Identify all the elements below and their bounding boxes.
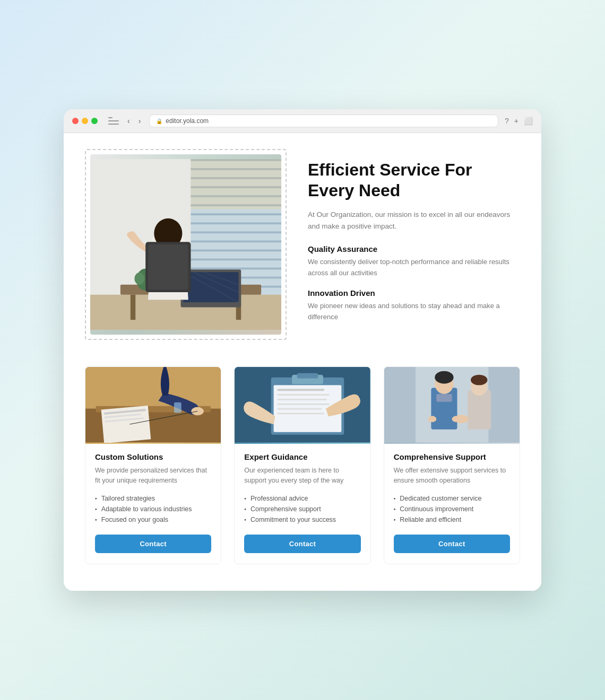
url-text: editor.yola.com (166, 117, 209, 125)
svg-rect-56 (278, 408, 322, 410)
address-bar[interactable]: 🔒 editor.yola.com (149, 115, 498, 127)
back-button[interactable]: ‹ (125, 116, 132, 126)
svg-rect-9 (191, 223, 281, 225)
svg-rect-54 (278, 399, 327, 400)
card-1-list: Tailored strategies Adaptable to various… (95, 493, 211, 525)
add-tab-icon[interactable]: + (514, 117, 518, 125)
card-image-1 (85, 367, 221, 444)
svg-rect-57 (278, 413, 324, 415)
feature-innovation-title: Innovation Driven (308, 288, 520, 298)
svg-rect-55 (278, 404, 330, 405)
card-image-3 (384, 367, 520, 444)
extensions-icon[interactable]: ⬜ (524, 117, 533, 125)
feature-innovation-description: We pioneer new ideas and solutions to st… (308, 301, 520, 323)
card-comprehensive-support-body: Comprehensive Support We offer extensive… (384, 444, 520, 564)
card-3-contact-button[interactable]: Contact (394, 535, 510, 553)
card-expert-guidance: Expert Guidance Our experienced team is … (234, 366, 370, 564)
svg-rect-35 (148, 244, 188, 290)
hero-description: At Our Organization, our mission is to e… (308, 209, 520, 232)
card-3-description: We offer extensive support services to e… (394, 466, 510, 486)
svg-point-29 (134, 273, 144, 285)
hero-section: Efficient Service For Every Need At Our … (85, 149, 520, 340)
svg-rect-51 (297, 373, 318, 379)
browser-window: ‹ › 🔒 editor.yola.com ? + ⬜ (64, 109, 541, 591)
svg-rect-67 (468, 390, 491, 430)
svg-rect-11 (191, 241, 281, 243)
svg-rect-53 (278, 394, 330, 396)
card-2-title: Expert Guidance (244, 452, 360, 461)
page-content: Efficient Service For Every Need At Our … (64, 133, 541, 591)
svg-rect-12 (191, 250, 281, 252)
svg-rect-13 (191, 259, 281, 261)
hero-image (90, 154, 281, 335)
svg-point-63 (435, 371, 453, 384)
browser-actions: ? + ⬜ (505, 117, 533, 125)
sidebar-toggle-icon[interactable] (108, 117, 119, 125)
card-1-contact-button[interactable]: Contact (95, 535, 211, 553)
card-2-list: Professional advice Comprehensive suppor… (244, 493, 360, 525)
maximize-button[interactable] (91, 118, 98, 124)
list-item: Reliable and efficient (394, 514, 510, 525)
help-icon[interactable]: ? (505, 117, 509, 125)
card-custom-solutions-body: Custom Solutions We provide personalized… (85, 444, 221, 564)
list-item: Professional advice (244, 493, 360, 504)
traffic-lights (72, 118, 98, 124)
svg-rect-10 (191, 232, 281, 234)
hero-title: Efficient Service For Every Need (308, 160, 520, 200)
card-custom-solutions: Custom Solutions We provide personalized… (85, 366, 221, 564)
svg-point-69 (471, 375, 487, 386)
svg-rect-52 (278, 389, 324, 391)
close-button[interactable] (72, 118, 79, 124)
card-3-title: Comprehensive Support (394, 452, 510, 461)
svg-rect-20 (131, 295, 135, 320)
minimize-button[interactable] (82, 118, 88, 124)
feature-quality-description: We consistently deliver top-notch perfor… (308, 257, 520, 279)
card-2-contact-button[interactable]: Contact (244, 535, 360, 553)
card-3-list: Dedicated customer service Continuous im… (394, 493, 510, 525)
list-item: Comprehensive support (244, 504, 360, 514)
list-item: Tailored strategies (95, 493, 211, 504)
list-item: Continuous improvement (394, 504, 510, 514)
svg-rect-8 (191, 214, 281, 216)
forward-button[interactable]: › (136, 116, 143, 126)
dashed-border-box (85, 149, 287, 340)
feature-quality-title: Quality Assurance (308, 244, 520, 253)
svg-point-70 (454, 415, 468, 424)
feature-quality: Quality Assurance We consistently delive… (308, 244, 520, 279)
cards-section: Custom Solutions We provide personalized… (85, 366, 520, 564)
browser-nav: ‹ › (125, 116, 143, 126)
svg-point-65 (428, 416, 436, 423)
card-image-2 (235, 367, 370, 444)
list-item: Focused on your goals (95, 514, 211, 525)
card-comprehensive-support: Comprehensive Support We offer extensive… (384, 366, 520, 564)
hero-text: Efficient Service For Every Need At Our … (308, 149, 520, 332)
list-item: Dedicated customer service (394, 493, 510, 504)
svg-rect-45 (174, 402, 182, 413)
svg-rect-64 (436, 394, 452, 402)
feature-innovation: Innovation Driven We pioneer new ideas a… (308, 288, 520, 323)
hero-image-wrapper (85, 149, 287, 340)
card-2-description: Our experienced team is here to support … (244, 466, 360, 486)
card-expert-guidance-body: Expert Guidance Our experienced team is … (235, 444, 370, 564)
svg-point-43 (191, 407, 204, 416)
card-1-description: We provide personalized services that fi… (95, 466, 211, 486)
svg-rect-14 (191, 268, 281, 270)
list-item: Commitment to your success (244, 514, 360, 525)
browser-toolbar: ‹ › 🔒 editor.yola.com ? + ⬜ (64, 109, 541, 133)
card-1-title: Custom Solutions (95, 452, 211, 461)
list-item: Adaptable to various industries (95, 504, 211, 514)
lock-icon: 🔒 (156, 118, 162, 124)
svg-rect-17 (191, 159, 281, 209)
